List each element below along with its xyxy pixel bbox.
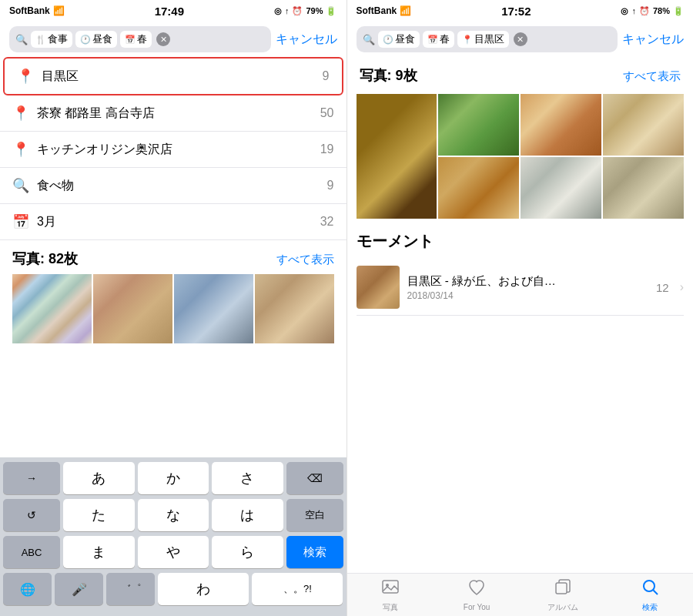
right-tag-lunch-label: 昼食 (395, 32, 415, 46)
left-tag-food-icon: 🍴 (35, 35, 46, 45)
left-search-bar[interactable]: 🔍 🍴 食事 🕐 昼食 📅 春 ✕ キャンセル (0, 22, 346, 57)
kb-ma-key[interactable]: ま (63, 536, 135, 568)
tab-albums[interactable]: アルバム (520, 578, 606, 613)
left-search-inner[interactable]: 🔍 🍴 食事 🕐 昼食 📅 春 ✕ (9, 26, 271, 52)
left-photo-1[interactable] (12, 274, 92, 343)
right-photo-5[interactable] (438, 157, 519, 219)
right-photo-grid (347, 94, 694, 219)
left-result-4[interactable]: 📅 3月 32 (0, 204, 346, 240)
left-result-2[interactable]: 📍 キッチンオリジン奥沢店 19 (0, 132, 346, 168)
right-photo-1[interactable] (357, 94, 437, 219)
left-result-3[interactable]: 🔍 食べ物 9 (0, 168, 346, 204)
tab-foryou[interactable]: For You (434, 578, 520, 611)
left-result-list: 📍 目黒区 9 📍 茶寮 都路里 高台寺店 50 📍 キッチンオリジン奥沢店 1… (0, 57, 346, 457)
tab-albums-label: アルバム (547, 602, 578, 613)
left-result-0-text: 目黒区 (42, 69, 315, 85)
right-moment-title: モーメント (357, 231, 685, 252)
left-tag-spring-label: 春 (137, 32, 147, 46)
left-tag-food[interactable]: 🍴 食事 (31, 31, 72, 48)
left-photo-4[interactable] (255, 274, 334, 343)
kb-ta-key[interactable]: た (63, 499, 135, 531)
tab-search-icon (641, 578, 659, 601)
left-photo-2[interactable] (93, 274, 172, 343)
left-tag-lunch-icon: 🕐 (80, 35, 91, 45)
right-tag-location[interactable]: 📍 目黒区 (457, 31, 509, 48)
kb-a-key[interactable]: あ (63, 462, 135, 494)
kb-sa-key[interactable]: さ (212, 462, 283, 494)
kb-space-key[interactable]: 空白 (286, 499, 343, 531)
left-result-3-text: 食べ物 (37, 178, 320, 194)
right-cancel-button[interactable]: キャンセル (622, 32, 684, 48)
tab-foryou-label: For You (464, 603, 490, 611)
kb-na-key[interactable]: な (138, 499, 209, 531)
kb-row-3: ABC ま や ら 検索 (3, 536, 343, 568)
left-result-4-count: 32 (320, 215, 334, 229)
left-tag-lunch[interactable]: 🕐 昼食 (75, 31, 117, 48)
left-battery-icon: 🔋 (326, 6, 336, 16)
right-moment-chevron-icon: › (680, 280, 684, 294)
kb-arrow-key[interactable]: → (3, 462, 60, 494)
kb-row-2: ↺ た な は 空白 (3, 499, 343, 531)
right-photo-3[interactable] (521, 94, 601, 156)
right-carrier: SoftBank (357, 5, 397, 16)
svg-point-3 (644, 581, 654, 591)
right-photo-6[interactable] (521, 157, 601, 219)
left-status-bar: SoftBank 📶 17:49 ◎ ↑ ⏰ 79% 🔋 (0, 0, 346, 22)
tab-foryou-icon (467, 578, 486, 601)
right-moment-item[interactable]: 目黒区 - 緑が丘、および自… 2018/03/14 12 › (357, 259, 685, 316)
left-clear-button[interactable]: ✕ (156, 32, 170, 46)
left-time: 17:49 (155, 5, 184, 18)
kb-ha-key[interactable]: は (212, 499, 283, 531)
tab-photos-icon (381, 578, 400, 601)
left-result-0[interactable]: 📍 目黒区 9 (3, 57, 343, 95)
tab-photos[interactable]: 写真 (347, 578, 434, 613)
right-search-icon: 🔍 (363, 34, 375, 45)
kb-mic-key[interactable]: 🎤 (55, 573, 103, 605)
right-tag-lunch[interactable]: 🕐 昼食 (378, 31, 420, 48)
kb-row-1: → あ か さ ⌫ (3, 462, 343, 494)
left-status-left: SoftBank 📶 (9, 5, 65, 16)
right-photo-7[interactable] (603, 157, 684, 219)
kb-undo-key[interactable]: ↺ (3, 499, 60, 531)
kb-row-4: 🌐 🎤 ゛゜ わ 、。?! (3, 573, 343, 605)
left-result-1-text: 茶寮 都路里 高台寺店 (37, 105, 313, 122)
left-keyboard[interactable]: → あ か さ ⌫ ↺ た な は 空白 ABC ま や ら 検索 🌐 🎤 ゛゜… (0, 457, 346, 616)
right-search-bar[interactable]: 🔍 🕐 昼食 📅 春 📍 目黒区 ✕ キャンセル (347, 22, 694, 57)
left-result-0-icon: 📍 (17, 68, 34, 85)
right-moment-thumb (357, 266, 400, 309)
kb-search-key[interactable]: 検索 (286, 536, 343, 568)
left-arrow-icon: ↑ (285, 6, 290, 15)
right-search-inner[interactable]: 🔍 🕐 昼食 📅 春 📍 目黒区 ✕ (357, 26, 618, 52)
kb-ka-key[interactable]: か (138, 462, 209, 494)
right-moment-name: 目黒区 - 緑が丘、および自… (407, 274, 648, 289)
kb-globe-key[interactable]: 🌐 (3, 573, 52, 605)
right-battery: 78% (653, 6, 670, 15)
left-result-1-icon: 📍 (12, 105, 29, 122)
left-result-1[interactable]: 📍 茶寮 都路里 高台寺店 50 (0, 95, 346, 132)
right-photos-header: 写真: 9枚 すべて表示 (360, 66, 681, 85)
kb-ya-key[interactable]: や (138, 536, 209, 568)
kb-punct-key[interactable]: 、。?! (252, 573, 343, 605)
right-tag-spring[interactable]: 📅 春 (423, 31, 454, 48)
right-photo-4[interactable] (603, 94, 684, 156)
left-photo-3[interactable] (174, 274, 253, 343)
right-show-all-button[interactable]: すべて表示 (623, 69, 681, 84)
kb-dakuten-key[interactable]: ゛゜ (106, 573, 155, 605)
left-result-4-icon: 📅 (12, 213, 29, 230)
right-clear-button[interactable]: ✕ (514, 32, 527, 46)
tab-search[interactable]: 検索 (607, 578, 693, 613)
kb-wa-key[interactable]: わ (158, 573, 249, 605)
kb-abc-key[interactable]: ABC (3, 536, 60, 568)
right-location-icon: ◎ (621, 6, 628, 16)
svg-rect-2 (556, 583, 567, 594)
right-battery-icon: 🔋 (673, 6, 684, 16)
kb-backspace-key[interactable]: ⌫ (286, 462, 343, 494)
kb-ra-key[interactable]: ら (212, 536, 283, 568)
right-wifi-icon: 📶 (400, 5, 411, 16)
right-photo-2[interactable] (438, 94, 519, 156)
left-cancel-button[interactable]: キャンセル (276, 32, 337, 48)
left-tag-spring[interactable]: 📅 春 (120, 31, 152, 48)
left-show-all-button[interactable]: すべて表示 (276, 253, 334, 267)
svg-line-4 (653, 590, 658, 594)
left-panel: SoftBank 📶 17:49 ◎ ↑ ⏰ 79% 🔋 🔍 🍴 食事 🕐 昼食… (0, 0, 346, 616)
